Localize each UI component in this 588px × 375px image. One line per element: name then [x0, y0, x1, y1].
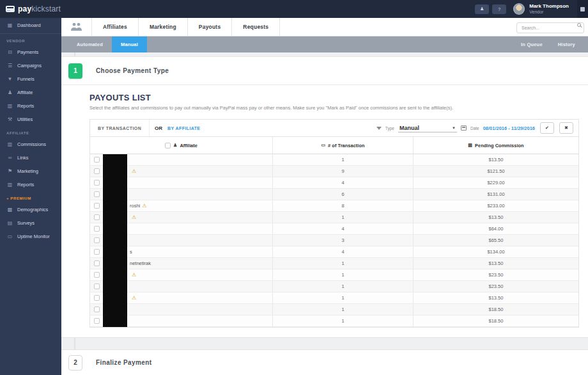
warning-icon: ⚠ — [132, 215, 136, 220]
table-row[interactable]: ⚠ 1 $23.50 — [90, 269, 578, 281]
table-row[interactable]: roshi ⚠ 8 $233.00 — [90, 200, 578, 212]
apply-filter-button[interactable]: ✔ — [540, 122, 554, 134]
row-checkbox[interactable] — [94, 295, 100, 301]
table-row[interactable]: 4 $229.00 — [90, 177, 578, 189]
payouts-title: PAYOUTS LIST — [89, 93, 579, 102]
pending-commission-cell: $131.00 — [413, 189, 578, 200]
row-checkbox[interactable] — [94, 226, 100, 232]
help-button[interactable]: ? — [492, 4, 506, 14]
type-select[interactable]: Manual ▼ — [398, 124, 457, 132]
brand-name: paykickstart — [18, 4, 61, 13]
transaction-count-cell: 1 — [272, 154, 413, 165]
clear-filter-button[interactable]: ✖ — [559, 122, 573, 134]
collapse-menu-button[interactable] — [577, 0, 588, 18]
transaction-count-cell: 1 — [272, 304, 413, 315]
sidebar-item[interactable]: ⊟ Payments — [0, 45, 61, 59]
payout-mode-tab[interactable]: Manual — [112, 36, 147, 52]
sidebar-item[interactable]: ⚑ Marketing — [0, 164, 61, 178]
pending-commission-cell: $134.00 — [413, 246, 578, 257]
nav-tab[interactable]: Payouts — [188, 18, 232, 36]
sidebar-item[interactable]: ▥ Reports — [0, 178, 61, 191]
monitor-icon: ▭ — [6, 234, 13, 239]
row-checkbox[interactable] — [94, 168, 100, 174]
payout-queue-tab[interactable]: In Queue — [514, 42, 549, 47]
pending-commission-cell: $13.50 — [413, 154, 578, 165]
sidebar-section-label: VENDOR — [0, 34, 61, 45]
payout-queue-tab[interactable]: History — [552, 42, 582, 47]
row-checkbox[interactable] — [94, 237, 100, 243]
sidebar-item[interactable]: ▦ Dashboard — [0, 18, 61, 34]
table-row[interactable]: 4 $64.00 — [90, 223, 578, 235]
megaphone-icon: ⚑ — [6, 168, 13, 174]
row-checkbox[interactable] — [94, 203, 100, 209]
affiliate-cell: ⚠ — [103, 296, 272, 301]
sidebar-item[interactable]: ▩ Demographics — [0, 203, 61, 216]
date-range-picker[interactable]: 08/01/2016 - 11/29/2016 — [483, 125, 535, 131]
payout-mode-tab[interactable]: Automated — [68, 36, 112, 52]
row-checkbox[interactable] — [94, 214, 100, 220]
warning-icon: ⚠ — [132, 273, 136, 278]
table-row[interactable]: 6 $131.00 — [90, 189, 578, 200]
row-checkbox[interactable] — [94, 180, 100, 186]
table-row[interactable]: ⚠ 1 $13.50 — [90, 212, 578, 223]
pending-commission-cell: $23.50 — [413, 269, 578, 280]
sidebar-item[interactable]: ∞ Links — [0, 151, 61, 164]
row-checkbox[interactable] — [94, 272, 100, 278]
sidebar-item-label: Demographics — [17, 207, 48, 212]
sidebar-item[interactable]: ⚒ Utilities — [0, 113, 61, 126]
transaction-count-cell: 3 — [272, 235, 413, 246]
step-2-label: Finalize Payment — [96, 359, 152, 366]
table-row[interactable]: 1 $23.50 — [90, 281, 578, 292]
select-all-checkbox[interactable] — [165, 143, 171, 148]
table-row[interactable]: 3 $65.50 — [90, 235, 578, 246]
payout-mode-bar: Automated Manual In Queue History — [61, 36, 588, 52]
sidebar-item[interactable]: ▥ Commissions — [0, 138, 61, 151]
by-affiliate-tab[interactable]: BY AFFILIATE — [167, 126, 200, 131]
row-checkbox[interactable] — [94, 318, 100, 324]
redacted-names-overlay — [103, 154, 127, 327]
nav-tab[interactable]: Affiliates — [92, 18, 139, 36]
sidebar-item[interactable]: ▼ Funnels — [0, 72, 61, 86]
sidebar-item-label: Campaigns — [17, 63, 42, 68]
nav-tab[interactable]: Marketing — [139, 18, 188, 36]
table-row[interactable]: 1 $18.50 — [90, 304, 578, 315]
step-2-header: 2 Finalize Payment — [61, 349, 588, 375]
table-row[interactable]: ⚠ 9 $121.50 — [90, 166, 578, 177]
account-button[interactable]: ♟ — [475, 4, 489, 14]
transaction-count-cell: 1 — [272, 212, 413, 223]
sidebar-item[interactable]: ▥ Reports — [0, 99, 61, 113]
table-row[interactable]: netnetirak 1 $13.50 — [90, 258, 578, 269]
sidebar-item[interactable]: ☰ Campaigns — [0, 59, 61, 72]
brand-logo[interactable]: paykickstart — [0, 4, 61, 13]
search-icon — [577, 23, 581, 27]
sidebar-section-label: AFFILIATE — [0, 126, 61, 138]
affiliate-cell: netnetirak — [103, 260, 272, 266]
search-input[interactable] — [516, 22, 584, 33]
section-nav: Affiliates Marketing Payouts Requests — [61, 18, 588, 36]
sidebar-item-label: Reports — [17, 182, 34, 188]
sidebar-item[interactable]: ▤ Surveys — [0, 216, 61, 230]
avatar[interactable] — [513, 3, 525, 15]
row-checkbox[interactable] — [94, 157, 100, 163]
sidebar-item[interactable]: ♟ Affiliate — [0, 86, 61, 99]
pending-commission-cell: $121.50 — [413, 166, 578, 177]
row-checkbox[interactable] — [94, 249, 100, 255]
cart-icon: ⊟ — [6, 49, 13, 55]
sidebar-item-label: Marketing — [17, 168, 38, 174]
nav-tab[interactable]: Requests — [232, 18, 280, 36]
table-row[interactable]: 1 $18.50 — [90, 315, 578, 327]
table-row[interactable]: ⚠ 1 $13.50 — [90, 292, 578, 304]
sidebar: ▦ Dashboard VENDOR ⊟ Payments ☰ Campaign… — [0, 18, 61, 375]
brand-name-light: kickstart — [31, 4, 61, 13]
row-checkbox[interactable] — [94, 307, 100, 312]
table-row[interactable]: 1 $13.50 — [90, 154, 578, 166]
sidebar-item[interactable]: ▭ Uptime Monitor — [0, 230, 61, 243]
table-row[interactable]: s 4 $134.00 — [90, 246, 578, 258]
row-checkbox[interactable] — [94, 191, 100, 197]
user-menu[interactable]: Mark Thompson Vendor — [529, 4, 569, 14]
pending-commission-cell: $18.50 — [413, 315, 578, 326]
row-checkbox[interactable] — [94, 260, 100, 266]
step-1-label: Choose Payment Type — [96, 67, 169, 74]
row-checkbox[interactable] — [94, 283, 100, 289]
by-transaction-tab[interactable]: BY TRANSACTION — [90, 120, 150, 136]
